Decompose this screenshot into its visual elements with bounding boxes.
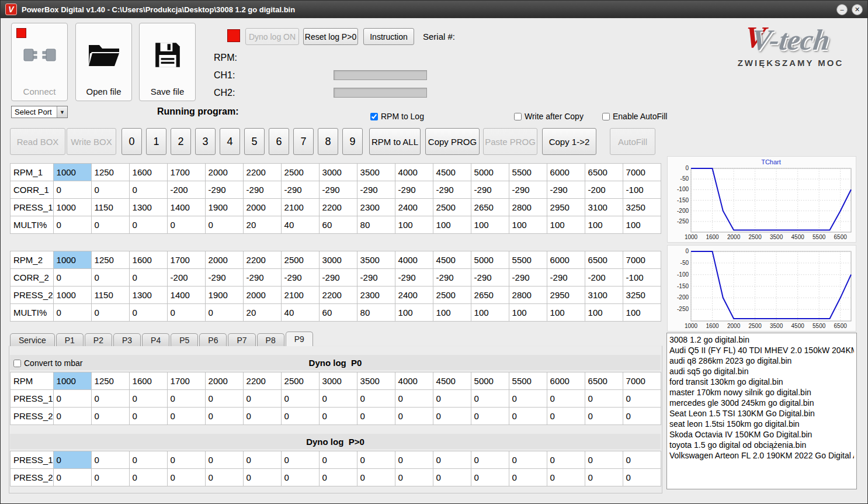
table-cell[interactable]: 0 xyxy=(205,408,243,425)
table-cell[interactable]: 0 xyxy=(91,216,129,234)
table-cell[interactable]: 100 xyxy=(623,304,661,322)
table-cell[interactable]: 1400 xyxy=(167,199,205,216)
table-cell[interactable]: 0 xyxy=(53,451,91,469)
table-cell[interactable]: 2300 xyxy=(357,199,395,216)
enable-autofill-checkbox-input[interactable] xyxy=(602,113,610,120)
table-cell[interactable]: 100 xyxy=(509,216,547,234)
file-item[interactable]: Skoda Octavia IV 150KM Go Digital.bin xyxy=(669,429,854,440)
port-select[interactable]: Select Port ▼ xyxy=(11,106,68,118)
digit-button-5[interactable]: 5 xyxy=(244,128,265,155)
table-cell[interactable]: -290 xyxy=(509,269,547,286)
table-cell[interactable]: 0 xyxy=(53,390,91,408)
table-cell[interactable]: 1700 xyxy=(167,164,205,181)
table-cell[interactable]: 100 xyxy=(509,304,547,322)
table-cell[interactable]: 4500 xyxy=(433,164,471,181)
table-cell[interactable]: 0 xyxy=(395,469,433,486)
table-cell[interactable]: 0 xyxy=(243,469,281,486)
copy-1-to-2-button[interactable]: Copy 1->2 xyxy=(542,128,596,155)
file-item[interactable]: audi q8 286km 2023 go digital.bin xyxy=(669,355,854,366)
table-cell[interactable]: 0 xyxy=(205,216,243,234)
table-cell[interactable]: 1700 xyxy=(167,372,205,390)
table-cell[interactable]: -290 xyxy=(471,269,509,286)
table-cell[interactable]: -290 xyxy=(395,181,433,199)
table-cell[interactable]: 2800 xyxy=(509,199,547,216)
table-cell[interactable]: 2950 xyxy=(547,286,585,304)
rpm-to-log-checkbox-input[interactable] xyxy=(370,113,378,120)
table-cell[interactable]: 0 xyxy=(243,451,281,469)
table-cell[interactable]: 2500 xyxy=(433,286,471,304)
table-cell[interactable]: 0 xyxy=(281,408,319,425)
table-cell[interactable]: 100 xyxy=(585,304,623,322)
table-cell[interactable]: 0 xyxy=(167,216,205,234)
table-cell[interactable]: 0 xyxy=(91,408,129,425)
tab-p4[interactable]: P4 xyxy=(142,333,169,346)
table-cell[interactable]: 2650 xyxy=(471,286,509,304)
table-cell[interactable]: 0 xyxy=(129,304,167,322)
table-cell[interactable]: 0 xyxy=(167,390,205,408)
table-cell[interactable]: -290 xyxy=(547,181,585,199)
table-cell[interactable]: 4500 xyxy=(433,372,471,390)
table-cell[interactable]: 0 xyxy=(91,390,129,408)
table-cell[interactable]: 80 xyxy=(357,304,395,322)
table-cell[interactable]: 100 xyxy=(585,216,623,234)
table-cell[interactable]: 80 xyxy=(357,216,395,234)
table-cell[interactable]: 6000 xyxy=(547,164,585,181)
table-cell[interactable]: 100 xyxy=(433,304,471,322)
table-cell[interactable]: 0 xyxy=(319,451,357,469)
table-cell[interactable]: 2100 xyxy=(281,286,319,304)
table-cell[interactable]: -290 xyxy=(471,181,509,199)
table-cell[interactable]: -200 xyxy=(167,269,205,286)
tab-p6[interactable]: P6 xyxy=(199,333,227,346)
table-cell[interactable]: 0 xyxy=(281,390,319,408)
table-cell[interactable]: 0 xyxy=(319,390,357,408)
table-cell[interactable]: 2200 xyxy=(319,199,357,216)
table-cell[interactable]: 4000 xyxy=(395,251,433,269)
table-cell[interactable]: 3500 xyxy=(357,372,395,390)
table-cell[interactable]: 0 xyxy=(585,451,623,469)
rpm-to-log-checkbox[interactable]: RPM to Log xyxy=(370,112,424,121)
table-cell[interactable]: 1000 xyxy=(53,199,91,216)
table-cell[interactable]: 1900 xyxy=(205,286,243,304)
table-cell[interactable]: 0 xyxy=(357,451,395,469)
table-cell[interactable]: 2200 xyxy=(319,286,357,304)
table-cell[interactable]: 2500 xyxy=(281,251,319,269)
table-cell[interactable]: -290 xyxy=(243,269,281,286)
table-cell[interactable]: 2400 xyxy=(395,286,433,304)
table-cell[interactable]: 100 xyxy=(471,216,509,234)
table-cell[interactable]: -290 xyxy=(205,269,243,286)
table-cell[interactable]: 1150 xyxy=(91,286,129,304)
save-file-button[interactable]: Save file xyxy=(139,23,196,101)
table-cell[interactable]: 0 xyxy=(243,390,281,408)
table-cell[interactable]: 0 xyxy=(585,408,623,425)
table-cell[interactable]: 2200 xyxy=(243,251,281,269)
table-cell[interactable]: 20 xyxy=(243,304,281,322)
table-cell[interactable]: 0 xyxy=(129,269,167,286)
table-cell[interactable]: 0 xyxy=(53,269,91,286)
file-item[interactable]: audi sq5 go digital.bin xyxy=(669,366,854,377)
table-cell[interactable]: 0 xyxy=(53,469,91,486)
digit-button-2[interactable]: 2 xyxy=(171,128,191,155)
table-cell[interactable]: 100 xyxy=(471,304,509,322)
table-cell[interactable]: -290 xyxy=(509,181,547,199)
table-cell[interactable]: 1000 xyxy=(53,372,91,390)
table-cell[interactable]: 0 xyxy=(167,408,205,425)
table-cell[interactable]: 5000 xyxy=(471,164,509,181)
table-cell[interactable]: 4000 xyxy=(395,372,433,390)
write-after-copy-checkbox-input[interactable] xyxy=(514,113,522,120)
table-cell[interactable]: 0 xyxy=(433,390,471,408)
table-cell[interactable]: 60 xyxy=(319,216,357,234)
table-cell[interactable]: -290 xyxy=(319,269,357,286)
table-cell[interactable]: 4000 xyxy=(395,164,433,181)
table-cell[interactable]: 0 xyxy=(471,390,509,408)
table-cell[interactable]: 3250 xyxy=(623,286,661,304)
digit-button-7[interactable]: 7 xyxy=(293,128,314,155)
table-cell[interactable]: 0 xyxy=(547,469,585,486)
table-cell[interactable]: 0 xyxy=(357,408,395,425)
table-cell[interactable]: 1300 xyxy=(129,286,167,304)
table-cell[interactable]: 1700 xyxy=(167,251,205,269)
table-cell[interactable]: 7000 xyxy=(623,372,661,390)
table-cell[interactable]: 0 xyxy=(433,451,471,469)
table-cell[interactable]: 6500 xyxy=(585,372,623,390)
instruction-button[interactable]: Instruction xyxy=(363,28,414,45)
copy-prog-button[interactable]: Copy PROG xyxy=(425,128,480,155)
